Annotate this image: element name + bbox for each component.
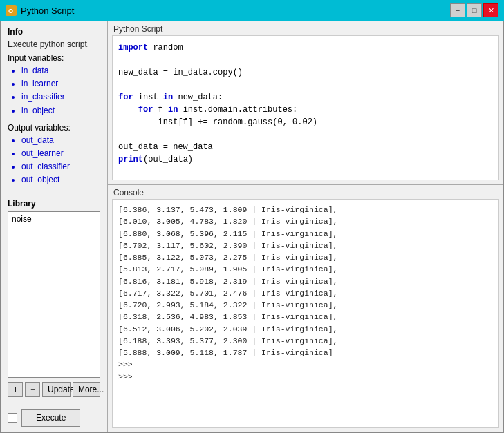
library-more-button[interactable]: More...	[73, 382, 100, 397]
execute-checkbox[interactable]	[8, 413, 17, 423]
console-output[interactable]: [6.386, 3.137, 5.473, 1.809 | Iris-virgi…	[112, 199, 499, 428]
console-line-6: [5.813, 2.717, 5.089, 1.905 | Iris-virgi…	[118, 263, 493, 275]
console-line-1: [6.386, 3.137, 5.473, 1.809 | Iris-virgi…	[118, 204, 493, 215]
library-title: Library	[8, 199, 100, 209]
library-add-button[interactable]: +	[8, 382, 23, 397]
app-icon: O	[6, 5, 17, 16]
library-remove-button[interactable]: −	[25, 382, 40, 397]
console-line-12: [6.188, 3.393, 5.377, 2.300 | Iris-virgi…	[118, 335, 493, 347]
output-var-out_data[interactable]: out_data	[21, 134, 100, 147]
code-line-body: inst[f] += random.gauss(0, 0.02)	[118, 116, 493, 128]
console-line-13: [5.888, 3.009, 5.118, 1.787 | Iris-virgi…	[118, 347, 493, 358]
output-vars-list: out_data out_learner out_classifier out_…	[8, 134, 100, 187]
console-line-4: [6.702, 3.117, 5.602, 2.390 | Iris-virgi…	[118, 240, 493, 251]
input-var-in_learner[interactable]: in_learner	[21, 77, 100, 90]
console-line-7: [6.816, 3.181, 5.918, 2.319 | Iris-virgi…	[118, 276, 493, 287]
output-var-out_object[interactable]: out_object	[21, 173, 100, 186]
library-section: Library noise + − Update More...	[1, 193, 107, 403]
console-line-10: [6.318, 2.536, 4.983, 1.853 | Iris-virgi…	[118, 311, 493, 323]
input-vars-title: Input variables:	[8, 53, 100, 63]
console-line-2: [6.010, 3.005, 4.783, 1.820 | Iris-virgi…	[118, 215, 493, 227]
code-panel-label: Python Script	[108, 21, 503, 35]
library-update-button[interactable]: Update	[42, 382, 71, 397]
main-container: Info Execute python script. Input variab…	[0, 21, 504, 433]
console-panel-label: Console	[108, 185, 503, 199]
output-var-out_classifier[interactable]: out_classifier	[21, 160, 100, 173]
console-line-3: [6.880, 3.068, 5.396, 2.115 | Iris-virgi…	[118, 228, 493, 240]
info-description: Execute python script.	[8, 39, 100, 49]
execute-section: Execute	[1, 403, 107, 432]
code-line-assign1: new_data = in_data.copy()	[118, 66, 493, 79]
minimize-button[interactable]: −	[450, 3, 465, 17]
left-panel: Info Execute python script. Input variab…	[1, 21, 108, 432]
execute-button[interactable]: Execute	[21, 409, 80, 427]
code-line-import: import random	[118, 41, 493, 54]
svg-text:O: O	[8, 8, 13, 15]
maximize-button[interactable]: □	[467, 3, 482, 17]
code-line-assign2: out_data = new_data	[118, 141, 493, 153]
console-prompt-1: >>>	[118, 358, 493, 370]
output-vars-title: Output variables:	[8, 123, 100, 133]
close-button[interactable]: ✕	[483, 3, 498, 17]
console-prompt-2: >>>	[118, 371, 493, 383]
code-editor[interactable]: import random new_data = in_data.copy() …	[112, 35, 499, 180]
library-item-noise[interactable]: noise	[10, 213, 98, 224]
library-listbox[interactable]: noise	[8, 211, 100, 378]
input-var-in_data[interactable]: in_data	[21, 64, 100, 77]
output-var-out_learner[interactable]: out_learner	[21, 147, 100, 160]
console-line-9: [6.720, 2.993, 5.184, 2.322 | Iris-virgi…	[118, 299, 493, 311]
code-line-blank3	[118, 128, 493, 141]
window-controls: − □ ✕	[450, 3, 498, 17]
code-line-blank1	[118, 54, 493, 66]
code-line-for1: for inst in new_data:	[118, 91, 493, 104]
console-line-8: [6.717, 3.322, 5.701, 2.476 | Iris-virgi…	[118, 287, 493, 299]
input-var-in_classifier[interactable]: in_classifier	[21, 90, 100, 104]
info-title: Info	[8, 27, 100, 37]
title-bar-left: O Python Script	[6, 5, 74, 16]
right-panel: Python Script import random new_data = i…	[108, 21, 503, 432]
window-title: Python Script	[21, 6, 74, 16]
input-vars-list: in_data in_learner in_classifier in_obje…	[8, 64, 100, 117]
console-line-5: [6.885, 3.122, 5.073, 2.275 | Iris-virgi…	[118, 251, 493, 263]
code-line-print: print(out_data)	[118, 153, 493, 166]
info-section: Info Execute python script. Input variab…	[1, 21, 107, 193]
input-var-in_object[interactable]: in_object	[21, 104, 100, 117]
console-section: Console [6.386, 3.137, 5.473, 1.809 | Ir…	[108, 185, 503, 432]
code-line-for2: for f in inst.domain.attributes:	[118, 104, 493, 116]
code-section: Python Script import random new_data = i…	[108, 21, 503, 185]
library-buttons: + − Update More...	[8, 382, 100, 397]
console-line-11: [6.512, 3.006, 5.202, 2.039 | Iris-virgi…	[118, 323, 493, 335]
title-bar: O Python Script − □ ✕	[0, 0, 504, 21]
code-line-blank2	[118, 79, 493, 91]
